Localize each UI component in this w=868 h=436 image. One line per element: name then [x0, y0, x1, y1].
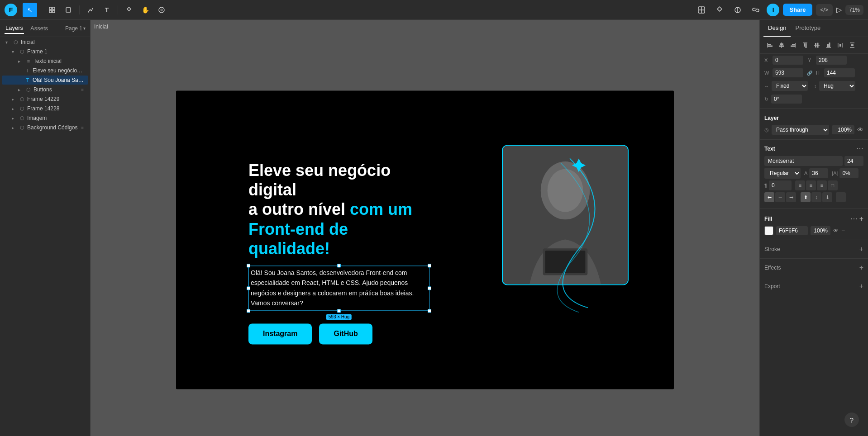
rotation-input[interactable]	[771, 95, 802, 104]
paragraph-spacing-input[interactable]	[769, 180, 792, 190]
constraint-y-icon: ↕	[814, 84, 816, 89]
letter-spacing-input[interactable]	[839, 168, 858, 178]
layer-item-texto-inicial[interactable]: ▸ ≡ Texto inicial	[2, 57, 88, 66]
distribute-h-button[interactable]	[835, 40, 846, 51]
tab-design[interactable]: Design	[763, 20, 791, 37]
code-toggle-button[interactable]: </>	[816, 4, 833, 16]
fill-options-button[interactable]: ⋯	[850, 215, 858, 223]
layer-item-buttons[interactable]: ▸ ⬡ Buttons ≡	[2, 85, 88, 94]
text-valign-bot-btn[interactable]: ⬇	[822, 192, 832, 202]
svg-rect-34	[838, 43, 839, 47]
svg-rect-35	[843, 43, 844, 47]
align-middle-v-button[interactable]	[811, 40, 822, 51]
tab-assets[interactable]: Assets	[29, 23, 49, 33]
layer-item-ola[interactable]: T Olá! Sou Joana Sant...	[2, 76, 88, 85]
x-label: X	[764, 57, 770, 63]
export-add-button[interactable]: +	[859, 283, 863, 290]
text-valign-top-btn[interactable]: ⬆	[801, 192, 811, 202]
layer-name: Imagem	[27, 115, 84, 121]
resize-handle-br[interactable]	[428, 309, 431, 313]
fill-visibility-btn[interactable]: 👁	[833, 227, 839, 234]
layer-item-frame1[interactable]: ▾ ⬡ Frame 1	[2, 47, 88, 56]
y-input[interactable]	[816, 56, 847, 65]
resize-handle-tm[interactable]	[337, 264, 341, 267]
resize-handle-bl[interactable]	[247, 309, 250, 313]
layer-item-inicial[interactable]: ▾ ⬡ Inicial	[2, 38, 88, 47]
align-left-button[interactable]	[764, 40, 775, 51]
para-align-right-btn[interactable]: ≡	[817, 180, 827, 190]
tool-shape[interactable]	[61, 3, 76, 17]
text-align-left-btn[interactable]: ⬅	[764, 192, 774, 202]
text-align-center-btn[interactable]: ↔	[775, 192, 785, 202]
para-align-center-btn[interactable]: ≡	[806, 180, 816, 190]
line-height-input[interactable]	[809, 168, 828, 178]
fill-color-swatch[interactable]	[764, 226, 773, 235]
theme-icon[interactable]	[730, 3, 745, 17]
text-section-dots-button[interactable]: ⋯	[856, 145, 863, 152]
tool-select[interactable]: ↖	[23, 3, 37, 17]
resize-handle-ml[interactable]	[247, 286, 250, 290]
align-bottom-button[interactable]	[823, 40, 834, 51]
constraint-y-select[interactable]: HugFixedFill	[819, 81, 855, 91]
resize-handle-tr[interactable]	[428, 264, 431, 267]
tool-comment[interactable]	[154, 3, 169, 17]
blend-mode-select[interactable]: Pass through Normal Multiply Screen	[772, 125, 829, 135]
x-input[interactable]	[773, 56, 803, 65]
zoom-button[interactable]: 71%	[845, 5, 863, 15]
visibility-toggle[interactable]: 👁	[857, 126, 863, 133]
text-align-right-btn[interactable]: ➡	[786, 192, 796, 202]
link-icon[interactable]	[749, 3, 763, 17]
para-wrap-btn[interactable]: □	[828, 180, 838, 190]
opacity-input[interactable]	[832, 125, 854, 134]
effects-add-button[interactable]: +	[859, 264, 863, 271]
page-selector[interactable]: Page 1 ▾	[65, 25, 86, 32]
github-button[interactable]: GitHub	[319, 323, 372, 344]
resize-handle-bm[interactable]	[337, 309, 341, 313]
grid-icon[interactable]	[694, 3, 709, 17]
user-avatar[interactable]: I	[767, 4, 779, 16]
resize-handle-mr[interactable]	[428, 286, 431, 290]
layer-item-background[interactable]: ▸ ⬡ Background Códigos ≡	[2, 123, 88, 132]
align-top-button[interactable]	[800, 40, 811, 51]
layer-item-imagem[interactable]: ▸ ⬡ Imagem	[2, 114, 88, 123]
layer-item-frame14228[interactable]: ▸ ⬡ Frame 14228	[2, 104, 88, 113]
frame-icon: ⬡	[19, 49, 25, 55]
tab-prototype[interactable]: Prototype	[791, 20, 825, 37]
svg-rect-24	[791, 46, 795, 47]
font-size-input[interactable]	[844, 156, 863, 166]
tool-pen[interactable]	[83, 3, 98, 17]
font-name-input[interactable]	[764, 156, 843, 166]
layer-item-eleve[interactable]: T Eleve seu negócio di...	[2, 66, 88, 75]
stroke-add-button[interactable]: +	[859, 246, 863, 253]
align-right-button[interactable]	[788, 40, 799, 51]
tab-layers[interactable]: Layers	[5, 23, 24, 34]
fill-opacity-input[interactable]	[811, 226, 830, 235]
font-weight-select[interactable]: Regular Bold Medium	[764, 168, 801, 179]
text-more-btn[interactable]: ⋯	[836, 192, 846, 202]
h-input[interactable]	[824, 68, 855, 77]
layer-item-frame14229[interactable]: ▸ ⬡ Frame 14229	[2, 95, 88, 104]
tool-text[interactable]: T	[100, 3, 114, 17]
para-align-left-btn[interactable]: ≡	[795, 180, 805, 190]
fill-remove-button[interactable]: −	[841, 227, 845, 234]
hero-image-placeholder	[503, 146, 628, 284]
distribute-v-button[interactable]	[847, 40, 858, 51]
w-input[interactable]	[773, 68, 803, 77]
tool-hand[interactable]: ✋	[138, 3, 153, 17]
align-center-h-button[interactable]	[776, 40, 787, 51]
app-logo[interactable]: F	[5, 4, 17, 16]
tool-component[interactable]	[122, 3, 136, 17]
text-valign-mid-btn[interactable]: ↕	[811, 192, 821, 202]
help-button[interactable]: ?	[844, 412, 859, 427]
constraint-x-select[interactable]: FixedHugFill	[772, 81, 808, 91]
components-icon[interactable]	[712, 3, 727, 17]
group-icon: ⬡	[19, 125, 25, 131]
play-button[interactable]: ▷	[836, 5, 842, 14]
instagram-button[interactable]: Instagram	[248, 323, 312, 344]
canvas-area[interactable]: Inicial Eleve seu negócio digital a outr…	[91, 20, 759, 436]
share-button[interactable]: Share	[783, 4, 812, 16]
fill-hex-input[interactable]	[776, 226, 808, 235]
tool-frame[interactable]	[45, 3, 59, 17]
fill-add-button[interactable]: +	[859, 215, 863, 223]
resize-handle-tl[interactable]	[247, 264, 250, 267]
